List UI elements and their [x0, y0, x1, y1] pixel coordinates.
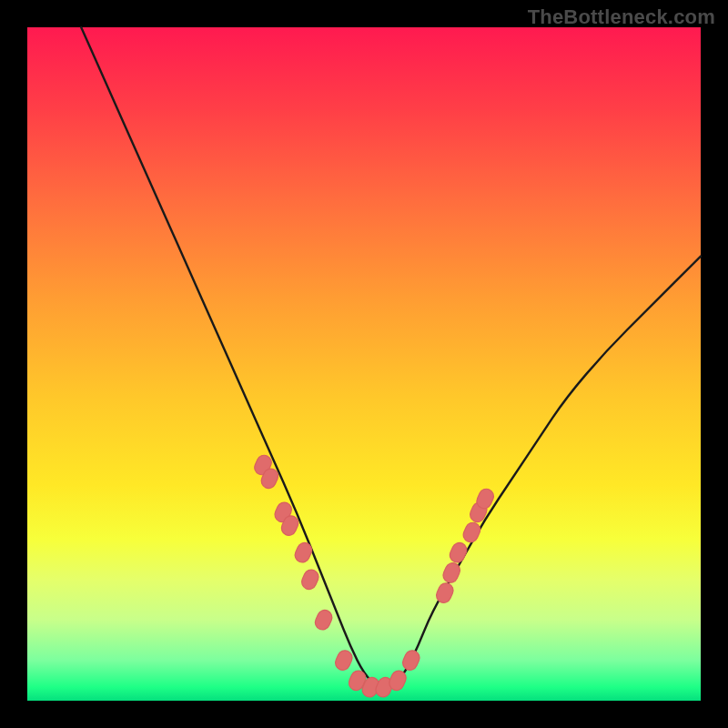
chart-marker — [461, 521, 483, 545]
bottleneck-curve — [81, 27, 701, 687]
chart-marker — [400, 648, 422, 672]
watermark-text: TheBottleneck.com — [528, 5, 715, 29]
chart-marker — [333, 648, 355, 672]
chart-marker — [448, 541, 470, 565]
chart-svg — [27, 27, 701, 701]
chart-plot-area — [27, 27, 701, 701]
chart-markers — [252, 453, 496, 700]
chart-marker — [299, 567, 321, 592]
chart-marker — [293, 541, 315, 565]
chart-marker — [313, 608, 335, 632]
